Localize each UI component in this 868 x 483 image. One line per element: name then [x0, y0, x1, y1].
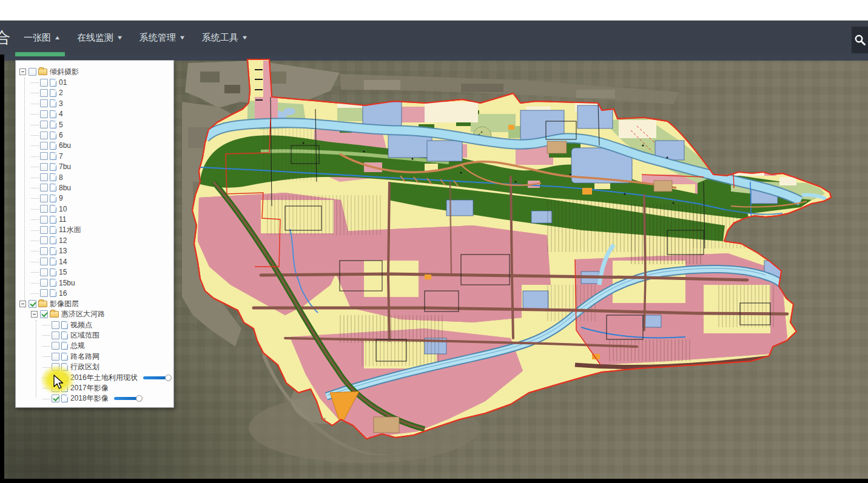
layer-checkbox[interactable]	[52, 363, 59, 371]
layer-tree-item[interactable]: 10	[16, 204, 173, 214]
layer-tree-item[interactable]: 路名路网	[16, 351, 173, 362]
nav-menu-item[interactable]: 系统工具 ▼	[193, 21, 256, 55]
layer-tree-item[interactable]: 2017年影像	[16, 383, 173, 393]
layer-checkbox[interactable]	[40, 289, 48, 297]
layer-checkbox[interactable]	[52, 321, 59, 329]
layer-label[interactable]: 4	[59, 110, 63, 118]
opacity-slider[interactable]	[114, 395, 142, 402]
layer-checkbox[interactable]	[40, 132, 48, 139]
opacity-slider[interactable]	[143, 375, 171, 381]
layer-checkbox[interactable]	[40, 310, 48, 318]
layer-label[interactable]: 6	[59, 131, 63, 139]
search-button[interactable]	[852, 27, 868, 53]
layer-tree-item[interactable]: 11	[16, 214, 173, 224]
layer-label[interactable]: 9	[59, 194, 63, 202]
layer-tree-item[interactable]: 区域范围	[16, 330, 173, 341]
layer-tree-item[interactable]: 16	[16, 288, 173, 298]
layer-label[interactable]: 11	[59, 215, 66, 224]
layer-tree-item[interactable]: 3	[16, 98, 173, 108]
layer-tree-item[interactable]: 9	[16, 193, 173, 204]
layer-label[interactable]: 5	[59, 121, 63, 129]
layer-label[interactable]: 3	[59, 99, 63, 108]
tree-expander-icon[interactable]	[19, 68, 26, 75]
tree-expander-icon[interactable]	[19, 301, 26, 307]
layer-checkbox[interactable]	[40, 152, 48, 160]
layer-checkbox[interactable]	[52, 353, 59, 361]
layer-checkbox[interactable]	[52, 384, 59, 392]
layer-tree-item[interactable]: 5	[16, 119, 173, 130]
layer-tree-item[interactable]: 6	[16, 130, 173, 140]
slider-knob[interactable]	[136, 395, 143, 402]
slider-knob[interactable]	[165, 375, 172, 381]
layer-tree-item[interactable]: 6bu	[16, 141, 173, 151]
layer-checkbox[interactable]	[40, 279, 48, 287]
layer-tree-item[interactable]: 8bu	[16, 182, 173, 193]
layer-label[interactable]: 11水面	[59, 225, 81, 235]
layer-label[interactable]: 6bu	[59, 141, 71, 150]
layer-tree-item[interactable]: 15bu	[16, 278, 173, 288]
layer-label[interactable]: 15bu	[59, 279, 75, 287]
layer-label[interactable]: 影像图层	[50, 299, 79, 309]
nav-menu-item[interactable]: 系统管理 ▼	[131, 21, 193, 55]
layer-label[interactable]: 10	[59, 205, 67, 213]
layer-label[interactable]: 15	[59, 268, 67, 276]
layer-checkbox[interactable]	[29, 300, 36, 308]
layer-checkbox[interactable]	[52, 342, 59, 350]
layer-tree-item[interactable]: 15	[16, 267, 173, 277]
layer-label[interactable]: 2016年土地利用现状	[70, 373, 138, 383]
layer-checkbox[interactable]	[40, 173, 48, 181]
layer-checkbox[interactable]	[40, 184, 48, 192]
layer-tree-item[interactable]: 2016年土地利用现状	[16, 372, 173, 382]
layer-label[interactable]: 16	[59, 289, 67, 298]
layer-checkbox[interactable]	[40, 236, 48, 244]
layer-checkbox[interactable]	[40, 226, 48, 234]
layer-tree-item[interactable]: 倾斜摄影	[16, 67, 173, 77]
layer-checkbox[interactable]	[40, 142, 48, 150]
layer-checkbox[interactable]	[40, 99, 48, 107]
layer-label[interactable]: 2017年影像	[70, 383, 109, 393]
layer-label[interactable]: 7bu	[59, 162, 71, 171]
layer-tree-item[interactable]: 行政区划	[16, 362, 173, 372]
layer-checkbox[interactable]	[40, 163, 48, 171]
layer-tree-item[interactable]: 总规	[16, 341, 173, 351]
layer-checkbox[interactable]	[40, 258, 48, 265]
layer-label[interactable]: 01	[59, 78, 67, 87]
layer-label[interactable]: 8bu	[59, 184, 71, 192]
layer-tree-item[interactable]: 影像图层	[16, 299, 173, 309]
layer-label[interactable]: 惠济区大河路	[61, 309, 105, 319]
layer-checkbox[interactable]	[40, 110, 48, 118]
layer-tree-item[interactable]: 视频点	[16, 319, 173, 330]
layer-checkbox[interactable]	[29, 68, 36, 76]
layer-tree-item[interactable]: 惠济区大河路	[16, 309, 173, 319]
layer-label[interactable]: 2	[59, 88, 63, 97]
layer-checkbox[interactable]	[40, 268, 48, 276]
layer-label[interactable]: 2018年影像	[70, 393, 109, 404]
layer-checkbox[interactable]	[40, 89, 48, 97]
layer-tree-item[interactable]: 2	[16, 88, 173, 98]
layer-tree-item[interactable]: 12	[16, 235, 173, 245]
layer-checkbox[interactable]	[52, 395, 59, 402]
layer-label[interactable]: 13	[59, 247, 67, 255]
layer-tree-item[interactable]: 8	[16, 172, 173, 182]
layer-label[interactable]: 8	[59, 173, 63, 182]
layer-label[interactable]: 倾斜摄影	[50, 67, 79, 77]
layer-checkbox[interactable]	[40, 205, 48, 213]
layer-checkbox[interactable]	[40, 195, 48, 202]
layer-tree-item[interactable]: 01	[16, 77, 173, 87]
layer-tree-item[interactable]: 2018年影像	[16, 393, 173, 404]
layer-label[interactable]: 路名路网	[70, 351, 99, 362]
layer-label[interactable]: 区域范围	[70, 330, 99, 341]
layer-label[interactable]: 行政区划	[70, 362, 99, 372]
layer-checkbox[interactable]	[40, 79, 48, 87]
layer-tree-item[interactable]: 13	[16, 246, 173, 256]
layer-label[interactable]: 12	[59, 236, 67, 245]
layer-tree-item[interactable]: 11水面	[16, 225, 173, 235]
layer-label[interactable]: 7	[59, 152, 63, 161]
nav-menu-item[interactable]: 在线监测 ▼	[69, 21, 131, 55]
layer-tree-item[interactable]: 7	[16, 151, 173, 161]
layer-checkbox[interactable]	[40, 247, 48, 255]
layer-checkbox[interactable]	[40, 121, 48, 128]
layer-label[interactable]: 14	[59, 258, 67, 266]
layer-tree-item[interactable]: 7bu	[16, 162, 173, 172]
layer-checkbox[interactable]	[52, 374, 59, 382]
